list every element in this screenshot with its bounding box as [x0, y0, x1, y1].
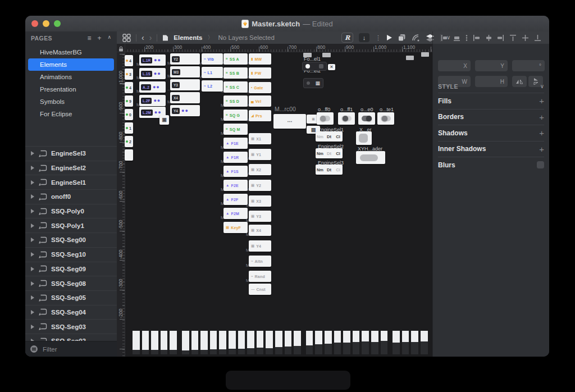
level-bar[interactable] — [353, 331, 360, 354]
disclosure-triangle-icon[interactable] — [31, 180, 34, 185]
level-bar[interactable] — [411, 331, 418, 354]
toggle-switch[interactable] — [341, 116, 352, 121]
level-bar[interactable] — [402, 331, 409, 354]
disclosure-triangle-icon[interactable] — [31, 238, 34, 242]
toggle-switch[interactable] — [320, 116, 330, 121]
symbol-card[interactable]: ▦Y2 — [249, 180, 271, 191]
level-bar[interactable] — [257, 331, 264, 354]
level-bar[interactable] — [238, 331, 245, 354]
symbol-card[interactable]: ≈Altn — [249, 256, 271, 267]
layer-row[interactable]: SSQ-Seg00 — [25, 233, 117, 247]
symbol-card[interactable]: X4 — [170, 92, 200, 103]
zoom-window-button[interactable] — [54, 20, 61, 27]
toggle-switch-card[interactable] — [317, 112, 334, 125]
symbol-card-partial[interactable] — [125, 149, 133, 161]
symbol-card[interactable]: —Cnst — [249, 284, 271, 295]
layer-row[interactable]: EngineSel2 — [25, 161, 117, 175]
symbol-card[interactable]: ▦Y3 — [249, 211, 271, 222]
symbol-card-partial[interactable]: 9 — [125, 95, 133, 107]
dark-symbol-card[interactable] — [302, 62, 327, 71]
disclosure-triangle-icon[interactable] — [31, 194, 34, 199]
level-bar[interactable] — [294, 331, 301, 354]
level-bar[interactable] — [275, 331, 282, 354]
disclosure-triangle-icon[interactable] — [31, 209, 34, 213]
segment-option[interactable]: Nm — [316, 167, 325, 172]
level-bar[interactable] — [306, 331, 313, 354]
breadcrumb-page[interactable]: Elements — [174, 34, 202, 41]
layer-row[interactable]: EngineSel3 — [25, 146, 117, 161]
symbol-card[interactable]: ▮PW — [249, 67, 271, 79]
add-style-icon[interactable]: + — [539, 128, 544, 138]
level-bar[interactable] — [229, 331, 236, 354]
symbol-card[interactable]: ▲F1S — [223, 166, 248, 177]
align-left-icon[interactable] — [441, 34, 448, 42]
level-bar[interactable] — [191, 331, 199, 354]
symbol-card[interactable]: ◢Prs — [249, 110, 271, 121]
symbol-card-partial[interactable]: 1 — [125, 122, 133, 134]
dark-symbol-card[interactable]: ▦ — [303, 78, 323, 88]
segment-option[interactable]: Dt — [325, 134, 334, 139]
level-bar[interactable] — [142, 331, 149, 354]
canvas[interactable]: 2003004005006007008009001,0001,100 -1,1-… — [117, 44, 432, 357]
disclosure-triangle-icon[interactable] — [31, 166, 34, 170]
level-bar[interactable] — [151, 331, 158, 354]
align-top-icon[interactable] — [509, 34, 517, 42]
symbol-card[interactable]: ≡SS D — [223, 95, 248, 107]
disclosure-triangle-icon[interactable] — [31, 281, 34, 286]
y-position-field[interactable]: Y — [475, 60, 508, 71]
collapse-pages-icon[interactable]: ∧ — [107, 35, 111, 42]
symbol-card[interactable]: ▲F1E — [223, 138, 248, 149]
layer-row[interactable]: SSQ-Seg10 — [25, 247, 117, 262]
mini-card[interactable]: ▣ — [159, 115, 169, 125]
sidebar-page-item[interactable]: Presentation — [28, 83, 114, 95]
level-bar[interactable] — [381, 331, 388, 354]
toggle-switch[interactable] — [362, 116, 372, 121]
layer-row[interactable]: SSQ-Poly1 — [25, 218, 117, 233]
symbol-card[interactable]: ▲F2F — [223, 194, 248, 205]
grid-view-icon[interactable] — [122, 34, 131, 42]
symbol-card[interactable]: L.2F●● — [139, 95, 166, 106]
symbol-card[interactable]: ▦X1 — [249, 133, 271, 144]
symbol-card[interactable]: ▦X3 — [249, 195, 271, 207]
level-bar[interactable] — [315, 331, 322, 354]
blurs-checkbox[interactable] — [537, 161, 544, 168]
level-bar[interactable] — [200, 331, 208, 354]
symbol-card[interactable]: Y3 — [170, 79, 200, 90]
layer-row[interactable]: SSQ-Seg02 — [25, 334, 117, 341]
layer-row[interactable]: SSQ-Seg05 — [25, 290, 117, 305]
align-options-dots-icon[interactable] — [466, 34, 468, 42]
level-bar[interactable] — [247, 331, 254, 354]
x-position-field[interactable]: X — [438, 60, 471, 71]
duplicate-icon[interactable] — [398, 34, 406, 42]
symbol-card[interactable]: ▄Vel — [249, 95, 271, 107]
add-page-icon[interactable]: + — [97, 35, 101, 42]
sidebar-page-item[interactable]: Animations — [28, 71, 114, 83]
segment-option[interactable]: Nm — [316, 134, 325, 139]
symbol-card[interactable]: ≡SS B — [223, 67, 248, 79]
symbol-card-partial[interactable]: 4 — [125, 82, 133, 93]
level-bar[interactable] — [182, 331, 189, 354]
distribute-right-icon[interactable] — [497, 34, 504, 42]
sidebar-page-item[interactable]: For Eclipse — [28, 108, 114, 120]
preview-play-icon[interactable] — [387, 35, 392, 40]
symbol-card[interactable]: Y4●● — [170, 105, 200, 116]
x-position-input[interactable] — [441, 62, 463, 70]
symbol-card[interactable]: A..2●● — [139, 81, 166, 93]
symbol-card[interactable]: ▦X4 — [249, 225, 271, 236]
symbol-card[interactable]: ≈Rand — [249, 271, 271, 282]
minimize-window-button[interactable] — [43, 20, 49, 27]
align-bottom-icon[interactable] — [534, 34, 541, 42]
forward-icon[interactable]: › — [149, 34, 152, 42]
dock[interactable] — [226, 371, 350, 390]
segmented-control-card[interactable]: NmDtCl — [316, 131, 343, 142]
level-bar[interactable] — [133, 331, 140, 354]
add-style-icon[interactable]: + — [539, 96, 544, 106]
sidebar-page-item[interactable]: Elements — [28, 58, 114, 71]
symbol-card[interactable]: L.1R●● — [139, 54, 166, 66]
symbol-card[interactable]: ▦Y1 — [249, 149, 271, 160]
align-center-horizontal-icon[interactable] — [453, 34, 460, 42]
sidebar-page-item[interactable]: HiveMasterBG — [28, 46, 114, 58]
mini-card[interactable]: ⋯ — [273, 114, 306, 129]
symbol-card[interactable]: ▲F1R — [223, 152, 248, 163]
layer-row[interactable]: SSQ-Seg04 — [25, 305, 117, 320]
